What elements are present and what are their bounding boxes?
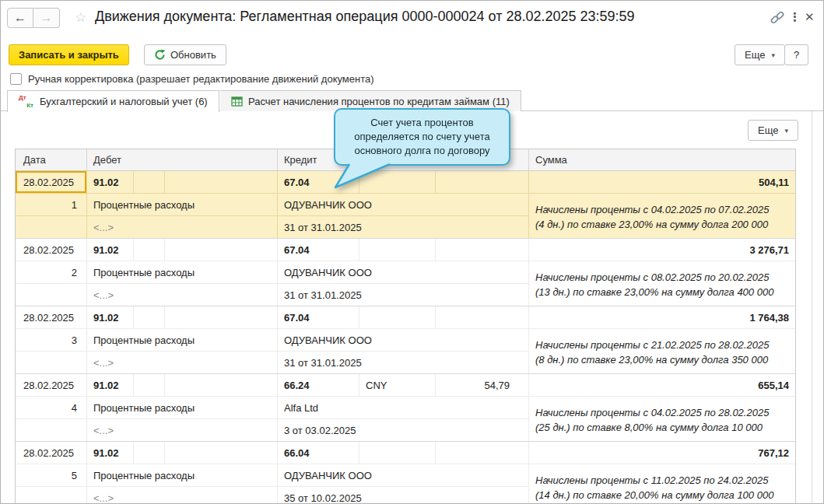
table-more-label: Еще — [758, 124, 778, 136]
cell-credit-subconto1[interactable]: ОДУВАНЧИК ООО — [278, 329, 529, 352]
cell-debit-currency-amount[interactable] — [165, 239, 278, 261]
cell-debit-subconto1[interactable]: Процентные расходы — [87, 194, 278, 216]
cell-debit-currency-amount[interactable] — [165, 171, 278, 194]
cell-debit-subconto2[interactable]: <...> — [87, 216, 278, 238]
cell-credit-subconto1[interactable]: ОДУВАНЧИК ООО — [278, 194, 529, 216]
cell-sum[interactable]: 655,14 — [529, 374, 795, 397]
cell-sum[interactable]: 767,12 — [529, 442, 795, 464]
cell-sum[interactable]: 504,11 — [529, 171, 795, 194]
cell-credit-account[interactable]: 67.04 — [278, 239, 359, 261]
cell-row-number[interactable]: 4 — [16, 397, 87, 419]
cell-debit-currency[interactable] — [134, 306, 165, 329]
cell-debit-account[interactable]: 91.02 — [87, 442, 134, 464]
cell-date-empty[interactable] — [16, 487, 87, 504]
cell-sum[interactable]: 3 276,71 — [529, 239, 795, 261]
cell-credit-subconto1[interactable]: ОДУВАНЧИК ООО — [278, 261, 529, 284]
forward-button[interactable]: → — [33, 8, 60, 28]
cell-comment[interactable]: Начислены проценты с 04.02.2025 по 28.02… — [529, 397, 795, 441]
cell-debit-subconto1[interactable]: Процентные расходы — [87, 329, 278, 352]
cell-credit-currency-amount[interactable] — [436, 442, 529, 464]
cell-debit-account[interactable]: 91.02 — [87, 374, 134, 397]
cell-debit-currency[interactable] — [134, 171, 165, 194]
cell-credit-subconto2[interactable]: 31 от 31.01.2025 — [278, 284, 529, 306]
cell-debit-currency[interactable] — [134, 374, 165, 397]
cell-debit-currency-amount[interactable] — [165, 306, 278, 329]
cell-date-empty[interactable] — [16, 419, 87, 441]
cell-credit-currency[interactable]: CNY — [359, 374, 436, 397]
cell-debit-currency[interactable] — [134, 239, 165, 261]
header-sum: Сумма — [529, 149, 795, 170]
cell-date-empty[interactable] — [16, 352, 87, 373]
table-more-button[interactable]: Еще ▾ — [748, 120, 798, 141]
cell-credit-currency[interactable] — [359, 239, 436, 261]
cell-debit-account[interactable]: 91.02 — [87, 306, 134, 329]
close-icon[interactable]: ✕ — [805, 10, 815, 24]
cell-credit-currency[interactable] — [359, 442, 436, 464]
cell-credit-subconto2[interactable]: 35 от 10.02.2025 — [278, 487, 529, 504]
cell-credit-currency-amount[interactable] — [436, 239, 529, 261]
cell-credit-currency-amount[interactable]: 54,79 — [436, 374, 529, 397]
cell-debit-account[interactable]: 91.02 — [87, 239, 134, 261]
tab-accounting-tax[interactable]: ДтКт Бухгалтерский и налоговый учет (6) — [7, 90, 219, 112]
cell-row-number[interactable]: 3 — [16, 329, 87, 352]
table-row[interactable]: 28.02.2025 91.02 67.04 3 276,71 2 Процен… — [16, 239, 795, 306]
cell-debit-currency-amount[interactable] — [165, 374, 278, 397]
form-more-button[interactable]: Еще ▾ — [735, 44, 785, 65]
table-row[interactable]: 28.02.2025 91.02 66.24 CNY 54,79 655,14 … — [16, 374, 795, 442]
cell-date-empty[interactable] — [16, 284, 87, 306]
refresh-button[interactable]: Обновить — [144, 44, 226, 65]
cell-credit-account[interactable]: 67.04 — [278, 306, 359, 329]
cell-comment[interactable]: Начислены проценты с 11.02.2025 по 24.02… — [529, 464, 795, 504]
cell-row-number[interactable]: 5 — [16, 464, 87, 487]
cell-comment[interactable]: Начислены проценты с 21.02.2025 по 28.02… — [529, 329, 795, 373]
favorite-star-icon[interactable]: ☆ — [75, 9, 86, 26]
help-button[interactable]: ? — [784, 44, 808, 65]
cell-credit-account[interactable]: 66.04 — [278, 442, 359, 464]
checkbox-box[interactable] — [10, 73, 22, 85]
cell-debit-subconto2[interactable]: <...> — [87, 352, 278, 373]
cell-debit-subconto2[interactable]: <...> — [87, 487, 278, 504]
cell-credit-subconto2[interactable]: 31 от 31.01.2025 — [278, 216, 529, 238]
save-and-close-button[interactable]: Записать и закрыть — [9, 44, 129, 65]
cell-sum[interactable]: 1 764,38 — [529, 306, 795, 329]
cell-debit-subconto1[interactable]: Процентные расходы — [87, 397, 278, 419]
link-icon[interactable] — [770, 10, 785, 26]
cell-credit-account[interactable]: 66.24 — [278, 374, 359, 397]
menu-kebab-icon[interactable]: ⋮ — [789, 10, 801, 24]
cell-debit-subconto1[interactable]: Процентные расходы — [87, 261, 278, 284]
header-date: Дата — [16, 149, 87, 170]
cell-debit-subconto2[interactable]: <...> — [87, 284, 278, 306]
cell-date-empty[interactable] — [16, 216, 87, 238]
table-row[interactable]: 28.02.2025 91.02 67.04 1 764,38 3 Процен… — [16, 306, 795, 374]
cell-credit-subconto1[interactable]: ОДУВАНЧИК ООО — [278, 464, 529, 487]
cell-debit-subconto1[interactable]: Процентные расходы — [87, 464, 278, 487]
checkbox-label: Ручная корректировка (разрешает редактир… — [28, 73, 374, 85]
chevron-down-icon: ▾ — [784, 127, 788, 135]
cell-debit-currency[interactable] — [134, 442, 165, 464]
table-row[interactable]: 28.02.2025 91.02 66.04 767,12 5 Процентн… — [16, 442, 795, 504]
cell-date[interactable]: 28.02.2025 — [16, 171, 87, 194]
cell-comment[interactable]: Начислены проценты с 04.02.2025 по 07.02… — [529, 194, 795, 238]
cell-credit-subconto2[interactable]: 3 от 03.02.2025 — [278, 419, 529, 441]
debit-credit-icon: ДтКт — [19, 95, 34, 108]
cell-debit-account[interactable]: 91.02 — [87, 171, 134, 194]
back-button[interactable]: ← — [7, 8, 33, 28]
cell-date[interactable]: 28.02.2025 — [16, 374, 87, 397]
cell-date[interactable]: 28.02.2025 — [16, 239, 87, 261]
cell-row-number[interactable]: 2 — [16, 261, 87, 284]
cell-credit-currency-amount[interactable] — [436, 171, 529, 194]
cell-credit-subconto2[interactable]: 31 от 31.01.2025 — [278, 352, 529, 373]
cell-date[interactable]: 28.02.2025 — [16, 442, 87, 464]
cell-credit-currency-amount[interactable] — [436, 306, 529, 329]
table-row[interactable]: 28.02.2025 91.02 67.04 504,11 1 Процентн… — [16, 171, 795, 239]
cell-row-number[interactable]: 1 — [16, 194, 87, 216]
cell-credit-subconto1[interactable]: Alfa Ltd — [278, 397, 529, 419]
manual-adjustment-checkbox[interactable]: Ручная корректировка (разрешает редактир… — [10, 73, 374, 85]
cell-debit-subconto2[interactable]: <...> — [87, 419, 278, 441]
tooltip-tail — [328, 163, 399, 191]
cell-comment[interactable]: Начислены проценты с 08.02.2025 по 20.02… — [529, 261, 795, 306]
cell-debit-currency-amount[interactable] — [165, 442, 278, 464]
table-grid-icon — [231, 96, 243, 107]
cell-credit-currency[interactable] — [359, 306, 436, 329]
cell-date[interactable]: 28.02.2025 — [16, 306, 87, 329]
